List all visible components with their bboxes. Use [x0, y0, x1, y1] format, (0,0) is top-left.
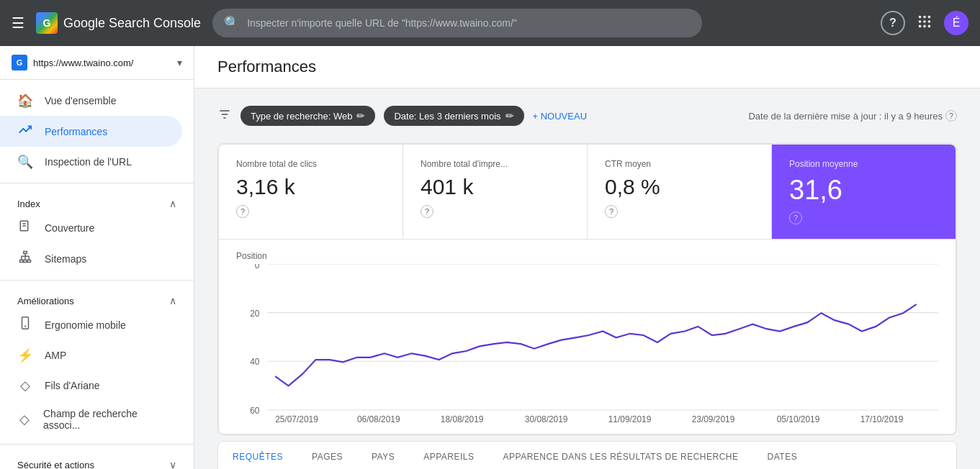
date-filter-edit-icon[interactable]: ✏	[505, 110, 514, 122]
tab-requetes[interactable]: REQUÊTES	[218, 442, 297, 469]
main-content: Performances Type de recherche: Web ✏ Da…	[194, 46, 980, 469]
metrics-chart-card: Nombre total de clics 3,16 k ? Nombre to…	[217, 143, 957, 435]
date-info-help-icon[interactable]: ?	[945, 110, 957, 122]
svg-text:05/10/2019: 05/10/2019	[777, 414, 820, 422]
sidebar-item-label: Couverture	[45, 222, 94, 234]
search-icon: 🔍	[224, 15, 240, 31]
svg-point-3	[919, 20, 922, 23]
content-area: Type de recherche: Web ✏ Date: Les 3 der…	[194, 88, 980, 469]
svg-point-8	[928, 24, 931, 27]
index-section-header[interactable]: Index ∧	[0, 189, 194, 212]
menu-icon[interactable]: ☰	[12, 14, 24, 32]
layout: G https://www.twaino.com/ ▾ 🏠 Vue d'ense…	[0, 46, 980, 469]
metric-clics[interactable]: Nombre total de clics 3,16 k ?	[219, 145, 403, 239]
tab-pages[interactable]: PAGES	[297, 442, 357, 469]
property-url: https://www.twaino.com/	[33, 58, 171, 68]
logo-text: Google Search Console	[63, 16, 201, 31]
search-input[interactable]	[247, 17, 691, 29]
trending-icon	[17, 123, 33, 140]
sidebar-item-ergonomie-mobile[interactable]: Ergonomie mobile	[0, 309, 182, 340]
sidebar-item-performances[interactable]: Performances	[0, 116, 182, 147]
chevron-up-icon: ∧	[169, 198, 176, 209]
sidebar-item-champ-recherche[interactable]: ◇ Champ de recherche associ...	[0, 401, 182, 438]
metric-help-icon[interactable]: ?	[236, 205, 249, 218]
metric-help-icon[interactable]: ?	[789, 211, 802, 224]
sidebar-item-label: AMP	[45, 350, 66, 361]
sidebar-nav: 🏠 Vue d'ensemble Performances 🔍 Inspecti…	[0, 80, 194, 469]
tab-apparence[interactable]: APPARENCE DANS LES RÉSULTATS DE RECHERCH…	[489, 442, 753, 469]
search-type-edit-icon[interactable]: ✏	[356, 110, 365, 122]
svg-text:25/07/2019: 25/07/2019	[275, 414, 318, 422]
apps-icon[interactable]	[917, 14, 932, 33]
metric-impressions-value: 401 k	[421, 175, 570, 199]
svg-text:60: 60	[250, 406, 260, 416]
svg-text:18/08/2019: 18/08/2019	[441, 414, 484, 422]
svg-point-2	[928, 15, 931, 18]
page-header: Performances	[194, 46, 980, 88]
url-search-bar[interactable]: 🔍	[212, 9, 702, 37]
topbar-right: ? É	[881, 11, 968, 35]
sidebar-item-label: Inspection de l'URL	[45, 156, 132, 168]
svg-text:30/08/2019: 30/08/2019	[525, 414, 568, 422]
sidebar-item-inspection[interactable]: 🔍 Inspection de l'URL	[0, 147, 182, 177]
metric-help-icon[interactable]: ?	[605, 205, 618, 218]
sidebar-item-fils-ariane[interactable]: ◇ Fils d'Ariane	[0, 370, 182, 401]
metric-impressions[interactable]: Nombre total d'impre... 401 k ?	[403, 145, 588, 239]
search-icon: 🔍	[17, 154, 33, 170]
ameliorations-section-label: Améliorations	[17, 296, 74, 306]
document-icon	[17, 219, 33, 236]
svg-text:20: 20	[250, 309, 260, 319]
filter-icon[interactable]	[217, 107, 232, 125]
sidebar-item-label: Fils d'Ariane	[45, 380, 100, 391]
divider	[0, 183, 194, 183]
property-chevron-icon[interactable]: ▾	[177, 57, 182, 68]
tab-dates[interactable]: DATES	[753, 442, 812, 469]
svg-text:11/09/2019: 11/09/2019	[608, 414, 652, 422]
chevron-down-icon: ∨	[169, 459, 176, 469]
svg-point-0	[919, 15, 922, 18]
help-button[interactable]: ?	[881, 11, 905, 35]
chevron-up-icon: ∧	[169, 295, 176, 306]
filter-bar: Type de recherche: Web ✏ Date: Les 3 der…	[217, 106, 957, 126]
metric-ctr-value: 0,8 %	[605, 175, 754, 199]
ameliorations-section-header[interactable]: Améliorations ∧	[0, 286, 194, 309]
securite-section-header[interactable]: Sécurité et actions ∨	[0, 450, 194, 469]
sidebar: G https://www.twaino.com/ ▾ 🏠 Vue d'ense…	[0, 46, 194, 469]
svg-rect-21	[22, 317, 29, 329]
svg-rect-14	[24, 260, 27, 263]
bottom-tabs: REQUÊTES PAGES PAYS APPAREILS APPARENCE …	[217, 441, 957, 469]
search-type-filter[interactable]: Type de recherche: Web ✏	[240, 106, 375, 126]
tab-appareils[interactable]: APPAREILS	[409, 442, 488, 469]
metric-help-icon[interactable]: ?	[421, 205, 433, 218]
chart-y-label: Position	[236, 251, 938, 261]
index-section-label: Index	[17, 199, 40, 209]
logo: G Google Search Console	[36, 12, 201, 34]
divider	[0, 280, 194, 281]
sidebar-item-amp[interactable]: ⚡ AMP	[0, 340, 182, 370]
svg-point-4	[923, 20, 926, 23]
search-type-label: Type de recherche: Web	[251, 111, 352, 122]
date-filter[interactable]: Date: Les 3 derniers mois ✏	[384, 106, 523, 126]
sidebar-item-couverture[interactable]: Couverture	[0, 212, 182, 243]
tab-pays[interactable]: PAYS	[357, 442, 409, 469]
avatar[interactable]: É	[944, 11, 968, 35]
svg-text:40: 40	[250, 357, 260, 367]
metric-position-label: Position moyenne	[789, 159, 938, 169]
home-icon: 🏠	[17, 93, 33, 109]
sidebar-item-sitemaps[interactable]: Sitemaps	[0, 243, 182, 274]
amp-icon: ⚡	[17, 347, 33, 363]
metric-position[interactable]: Position moyenne 31,6 ?	[772, 145, 956, 239]
metric-ctr[interactable]: CTR moyen 0,8 % ?	[588, 145, 772, 239]
sidebar-item-label: Vue d'ensemble	[45, 95, 116, 106]
metric-position-value: 31,6	[789, 175, 938, 206]
property-selector[interactable]: G https://www.twaino.com/ ▾	[0, 46, 194, 80]
page-title: Performances	[217, 58, 957, 76]
sidebar-item-vue-ensemble[interactable]: 🏠 Vue d'ensemble	[0, 86, 182, 116]
securite-section-label: Sécurité et actions	[17, 460, 94, 470]
svg-text:0: 0	[255, 264, 260, 270]
chart-wrapper: 0 20 40 60 25/07/2019 06/08/2019 18/08/2…	[236, 264, 938, 422]
metric-impressions-label: Nombre total d'impre...	[421, 159, 570, 169]
svg-point-5	[928, 20, 931, 23]
new-filter-button[interactable]: + NOUVEAU	[533, 111, 588, 122]
tabs-row: REQUÊTES PAGES PAYS APPAREILS APPARENCE …	[218, 442, 956, 469]
